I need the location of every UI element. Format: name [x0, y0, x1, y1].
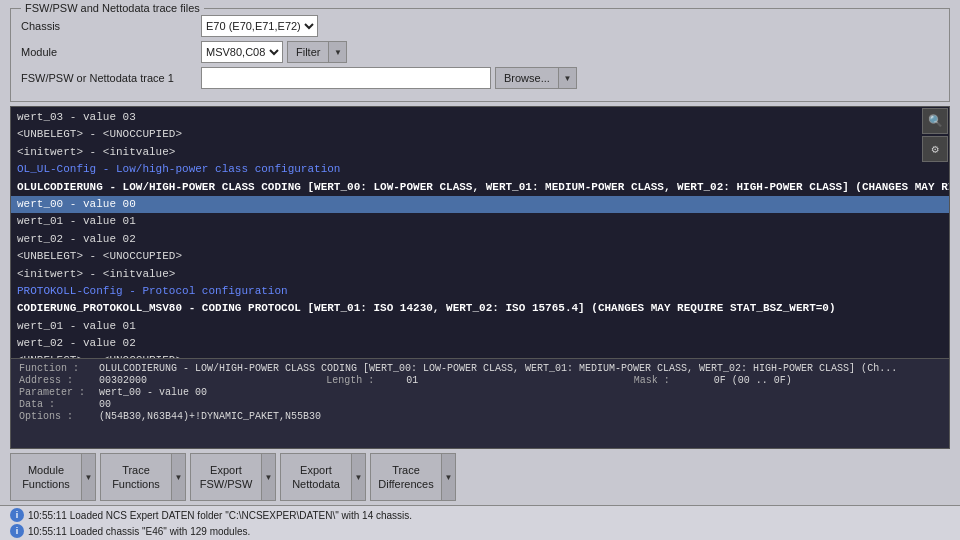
- trace-functions-line2: Functions: [112, 477, 160, 491]
- trace-label: FSW/PSW or Nettodata trace 1: [21, 72, 201, 84]
- length-value: 01: [406, 375, 633, 386]
- module-row: Module MSV80,C08 Filter ▼: [21, 41, 939, 63]
- export-nettodata-wrapper: Export Nettodata ▼: [280, 453, 366, 501]
- data-row: Data : 00: [19, 399, 941, 410]
- code-line[interactable]: wert_01 - value 01: [11, 213, 949, 230]
- code-line[interactable]: <UNBELEGT> - <UNOCCUPIED>: [11, 248, 949, 265]
- export-fsw-line1: Export: [210, 463, 242, 477]
- status-icon-1: i: [10, 508, 24, 522]
- parameter-label: Parameter :: [19, 387, 99, 398]
- chassis-select-wrapper: E70 (E70,E71,E72): [201, 15, 318, 37]
- mask-label: Mask :: [634, 375, 714, 386]
- module-select[interactable]: MSV80,C08: [201, 41, 283, 63]
- search-icon[interactable]: 🔍: [922, 108, 948, 134]
- section-title: FSW/PSW and Nettodata trace files: [21, 2, 204, 14]
- code-panel: wert_03 - value 03<UNBELEGT> - <UNOCCUPI…: [10, 106, 950, 359]
- bottom-toolbar: Module Functions ▼ Trace Functions ▼ Exp…: [0, 449, 960, 505]
- options-value: (N54B30,N63B44)+!DYNAMIC_PAKET,N55B30: [99, 411, 941, 422]
- export-fsw-line2: FSW/PSW: [200, 477, 253, 491]
- length-label: Length :: [326, 375, 406, 386]
- export-fsw-wrapper: Export FSW/PSW ▼: [190, 453, 276, 501]
- code-line[interactable]: wert_00 - value 00: [11, 196, 949, 213]
- module-functions-button[interactable]: Module Functions: [11, 454, 81, 500]
- status-row-2: i 10:55:11 Loaded chassis "E46" with 129…: [10, 523, 950, 539]
- trace-differences-line1: Trace: [392, 463, 420, 477]
- chassis-row: Chassis E70 (E70,E71,E72): [21, 15, 939, 37]
- code-line[interactable]: wert_02 - value 02: [11, 231, 949, 248]
- browse-dropdown-icon[interactable]: ▼: [559, 67, 577, 89]
- info-panel: Function : OLULCODIERUNG - LOW/HIGH-POWE…: [10, 359, 950, 449]
- trace-row: FSW/PSW or Nettodata trace 1 Browse... ▼: [21, 67, 939, 89]
- content-area: wert_03 - value 03<UNBELEGT> - <UNOCCUPI…: [10, 106, 950, 449]
- data-value: 00: [99, 399, 941, 410]
- right-icons-panel: 🔍 ⚙: [921, 107, 949, 163]
- module-functions-wrapper: Module Functions ▼: [10, 453, 96, 501]
- export-nettodata-dropdown[interactable]: ▼: [351, 454, 365, 500]
- module-functions-line1: Module: [28, 463, 64, 477]
- export-nettodata-button[interactable]: Export Nettodata: [281, 454, 351, 500]
- code-line[interactable]: <UNBELEGT> - <UNOCCUPIED>: [11, 126, 949, 143]
- function-value: OLULCODIERUNG - LOW/HIGH-POWER CLASS COD…: [99, 363, 941, 374]
- mask-value: 0F (00 .. 0F): [714, 375, 941, 386]
- export-fsw-button[interactable]: Export FSW/PSW: [191, 454, 261, 500]
- export-nettodata-line1: Export: [300, 463, 332, 477]
- address-row: Address : 00302000 Length : 01 Mask : 0F…: [19, 375, 941, 386]
- trace-differences-wrapper: Trace Differences ▼: [370, 453, 456, 501]
- module-label: Module: [21, 46, 201, 58]
- trace-functions-line1: Trace: [122, 463, 150, 477]
- options-row: Options : (N54B30,N63B44)+!DYNAMIC_PAKET…: [19, 411, 941, 422]
- status-row-1: i 10:55:11 Loaded NCS Expert DATEN folde…: [10, 507, 950, 523]
- browse-button[interactable]: Browse...: [495, 67, 559, 89]
- code-line[interactable]: wert_01 - value 01: [11, 318, 949, 335]
- trace-differences-line2: Differences: [378, 477, 433, 491]
- chassis-select[interactable]: E70 (E70,E71,E72): [201, 15, 318, 37]
- filter-button[interactable]: Filter: [287, 41, 329, 63]
- code-line[interactable]: OL_UL-Config - Low/high-power class conf…: [11, 161, 949, 178]
- status-bar: i 10:55:11 Loaded NCS Expert DATEN folde…: [0, 505, 960, 540]
- function-row: Function : OLULCODIERUNG - LOW/HIGH-POWE…: [19, 363, 941, 374]
- module-functions-line2: Functions: [22, 477, 70, 491]
- code-scroll[interactable]: wert_03 - value 03<UNBELEGT> - <UNOCCUPI…: [11, 107, 949, 358]
- parameter-row: Parameter : wert_00 - value 00: [19, 387, 941, 398]
- address-label: Address :: [19, 375, 99, 386]
- trace-functions-button[interactable]: Trace Functions: [101, 454, 171, 500]
- code-line[interactable]: <UNBELEGT> - <UNOCCUPIED>: [11, 352, 949, 358]
- function-label: Function :: [19, 363, 99, 374]
- code-line[interactable]: OLULCODIERUNG - LOW/HIGH-POWER CLASS COD…: [11, 179, 949, 196]
- module-select-wrapper: MSV80,C08: [201, 41, 283, 63]
- export-fsw-dropdown[interactable]: ▼: [261, 454, 275, 500]
- code-line[interactable]: <initwert> - <initvalue>: [11, 266, 949, 283]
- trace-functions-dropdown[interactable]: ▼: [171, 454, 185, 500]
- address-value: 00302000: [99, 375, 326, 386]
- filter-dropdown-icon[interactable]: ▼: [329, 41, 347, 63]
- export-nettodata-line2: Nettodata: [292, 477, 340, 491]
- settings-icon[interactable]: ⚙: [922, 136, 948, 162]
- status-icon-2: i: [10, 524, 24, 538]
- status-text-2: 10:55:11 Loaded chassis "E46" with 129 m…: [28, 526, 250, 537]
- options-label: Options :: [19, 411, 99, 422]
- code-line[interactable]: wert_02 - value 02: [11, 335, 949, 352]
- parameter-value: wert_00 - value 00: [99, 387, 941, 398]
- trace-differences-button[interactable]: Trace Differences: [371, 454, 441, 500]
- trace-files-section: FSW/PSW and Nettodata trace files Chassi…: [10, 8, 950, 102]
- code-line[interactable]: PROTOKOLL-Config - Protocol configuratio…: [11, 283, 949, 300]
- trace-differences-dropdown[interactable]: ▼: [441, 454, 455, 500]
- code-line[interactable]: CODIERUNG_PROTOKOLL_MSV80 - CODING PROTO…: [11, 300, 949, 317]
- trace-functions-wrapper: Trace Functions ▼: [100, 453, 186, 501]
- module-functions-dropdown[interactable]: ▼: [81, 454, 95, 500]
- chassis-label: Chassis: [21, 20, 201, 32]
- code-line[interactable]: <initwert> - <initvalue>: [11, 144, 949, 161]
- trace-input[interactable]: [201, 67, 491, 89]
- data-label: Data :: [19, 399, 99, 410]
- status-text-1: 10:55:11 Loaded NCS Expert DATEN folder …: [28, 510, 412, 521]
- code-line[interactable]: wert_03 - value 03: [11, 109, 949, 126]
